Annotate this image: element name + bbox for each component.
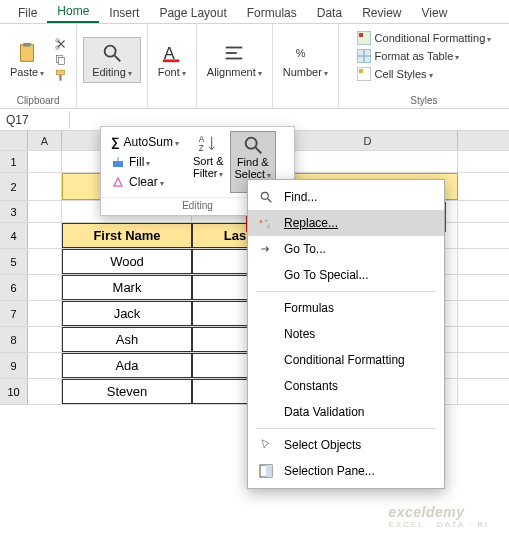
goto-icon <box>258 241 274 257</box>
cell[interactable] <box>28 173 62 200</box>
group-editing: Editing <box>77 24 148 108</box>
row-header[interactable]: 8 <box>0 327 28 352</box>
cell[interactable] <box>28 249 62 274</box>
svg-point-8 <box>105 45 116 56</box>
find-select-menu: Find... acReplace... Go To... Go To Spec… <box>247 179 445 489</box>
svg-point-26 <box>245 138 256 149</box>
sort-filter-button[interactable]: AZ Sort & Filter <box>189 131 228 193</box>
number-dropdown-button[interactable]: % Number <box>279 40 332 80</box>
menu-replace[interactable]: acReplace... <box>248 210 444 236</box>
svg-text:A: A <box>164 43 175 61</box>
cell[interactable] <box>28 201 62 222</box>
menu-notes[interactable]: Notes <box>248 321 444 347</box>
menu-goto[interactable]: Go To... <box>248 236 444 262</box>
menu-formulas[interactable]: Formulas <box>248 295 444 321</box>
format-as-table-button[interactable]: Format as Table <box>355 48 494 64</box>
table-cell[interactable]: Wood <box>62 249 192 274</box>
formula-input[interactable] <box>70 118 509 122</box>
tab-page-layout[interactable]: Page Layout <box>149 3 236 23</box>
svg-rect-23 <box>113 161 123 167</box>
row-header[interactable]: 3 <box>0 201 28 222</box>
cut-icon[interactable] <box>52 37 70 51</box>
clear-button[interactable]: Clear <box>107 173 183 191</box>
paste-label: Paste <box>10 66 44 78</box>
ribbon: Paste Clipboard Editing A Font <box>0 24 509 109</box>
row-header[interactable]: 10 <box>0 379 28 404</box>
ribbon-tabs: File Home Insert Page Layout Formulas Da… <box>0 0 509 24</box>
svg-point-28 <box>261 192 268 199</box>
cell[interactable] <box>28 301 62 326</box>
menu-goto-special[interactable]: Go To Special... <box>248 262 444 288</box>
menu-conditional-formatting[interactable]: Conditional Formatting <box>248 347 444 373</box>
svg-text:c: c <box>267 223 270 229</box>
col-header-d[interactable]: D <box>278 131 458 150</box>
col-header-a[interactable]: A <box>28 131 62 150</box>
svg-line-9 <box>115 55 121 61</box>
svg-rect-17 <box>359 33 363 37</box>
menu-select-objects[interactable]: Select Objects <box>248 432 444 458</box>
menu-selection-pane[interactable]: Selection Pane... <box>248 458 444 484</box>
table-cell[interactable]: Jack <box>62 301 192 326</box>
tab-view[interactable]: View <box>412 3 458 23</box>
row-header[interactable]: 6 <box>0 275 28 300</box>
svg-line-29 <box>268 199 272 203</box>
font-label: Font <box>158 66 186 78</box>
group-alignment: Alignment <box>197 24 273 108</box>
menu-constants[interactable]: Constants <box>248 373 444 399</box>
cell[interactable] <box>28 353 62 378</box>
cell[interactable] <box>28 379 62 404</box>
tab-file[interactable]: File <box>8 3 47 23</box>
cell[interactable] <box>28 151 62 172</box>
svg-text:Z: Z <box>199 144 204 153</box>
cell-styles-button[interactable]: Cell Styles <box>355 66 494 82</box>
svg-rect-0 <box>21 44 34 61</box>
table-header-first[interactable]: First Name <box>62 223 192 248</box>
editing-dropdown-button[interactable]: Editing <box>83 37 141 83</box>
font-dropdown-button[interactable]: A Font <box>154 40 190 80</box>
table-cell[interactable]: Ash <box>62 327 192 352</box>
svg-rect-7 <box>59 74 61 80</box>
tab-review[interactable]: Review <box>352 3 411 23</box>
row-header[interactable]: 9 <box>0 353 28 378</box>
cell[interactable] <box>278 151 458 172</box>
menu-data-validation[interactable]: Data Validation <box>248 399 444 425</box>
menu-find[interactable]: Find... <box>248 184 444 210</box>
name-box[interactable]: Q17 <box>0 111 70 129</box>
svg-rect-22 <box>359 69 363 73</box>
svg-text:A: A <box>199 135 205 144</box>
row-header[interactable]: 1 <box>0 151 28 172</box>
table-cell[interactable]: Steven <box>62 379 192 404</box>
cell[interactable] <box>28 275 62 300</box>
row-header[interactable]: 2 <box>0 173 28 200</box>
select-all-corner[interactable] <box>0 131 28 150</box>
svg-rect-1 <box>23 42 30 46</box>
replace-icon: ac <box>258 215 274 231</box>
alignment-dropdown-button[interactable]: Alignment <box>203 40 266 80</box>
format-painter-icon[interactable] <box>52 69 70 83</box>
editing-label: Editing <box>92 66 132 78</box>
tab-insert[interactable]: Insert <box>99 3 149 23</box>
svg-rect-5 <box>59 57 65 64</box>
tab-home[interactable]: Home <box>47 1 99 23</box>
svg-rect-11 <box>163 59 180 62</box>
cell[interactable] <box>28 223 62 248</box>
tab-formulas[interactable]: Formulas <box>237 3 307 23</box>
clipboard-group-label: Clipboard <box>17 93 60 108</box>
group-clipboard: Paste Clipboard <box>0 24 77 108</box>
group-styles: Conditional Formatting Format as Table C… <box>339 24 509 108</box>
alignment-label: Alignment <box>207 66 262 78</box>
table-cell[interactable]: Ada <box>62 353 192 378</box>
number-label: Number <box>283 66 328 78</box>
row-header[interactable]: 4 <box>0 223 28 248</box>
conditional-formatting-button[interactable]: Conditional Formatting <box>355 30 494 46</box>
pane-icon <box>258 463 274 479</box>
table-cell[interactable]: Mark <box>62 275 192 300</box>
copy-icon[interactable] <box>52 53 70 67</box>
row-header[interactable]: 7 <box>0 301 28 326</box>
autosum-button[interactable]: ∑AutoSum <box>107 133 183 151</box>
row-header[interactable]: 5 <box>0 249 28 274</box>
paste-button[interactable]: Paste <box>6 40 48 80</box>
fill-button[interactable]: Fill <box>107 153 183 171</box>
tab-data[interactable]: Data <box>307 3 352 23</box>
cell[interactable] <box>28 327 62 352</box>
